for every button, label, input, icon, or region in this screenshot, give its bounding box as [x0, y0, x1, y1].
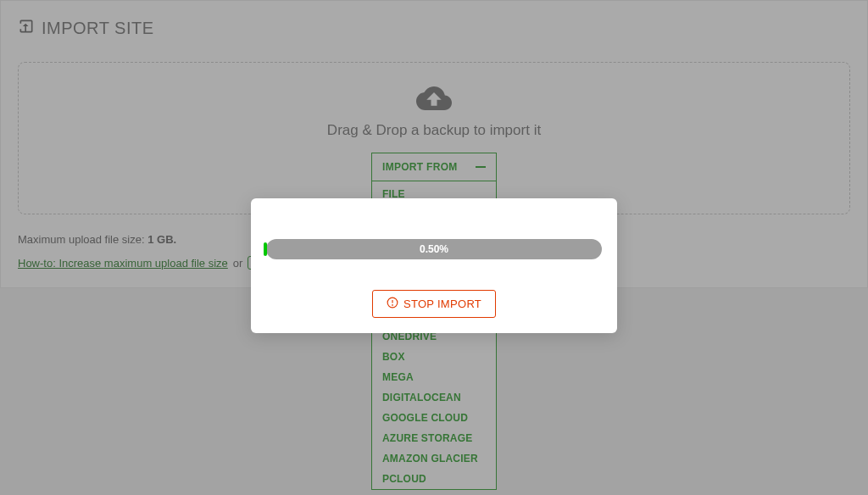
import-progress-modal: 0.50% STOP IMPORT	[251, 198, 617, 333]
progress-bar: 0.50%	[266, 239, 602, 259]
progress-percent: 0.50%	[266, 239, 602, 259]
stop-import-label: STOP IMPORT	[403, 298, 481, 310]
stop-icon	[387, 297, 398, 311]
modal-overlay: 0.50% STOP IMPORT	[0, 0, 868, 495]
stop-import-button[interactable]: STOP IMPORT	[372, 290, 496, 318]
svg-point-2	[392, 305, 393, 306]
